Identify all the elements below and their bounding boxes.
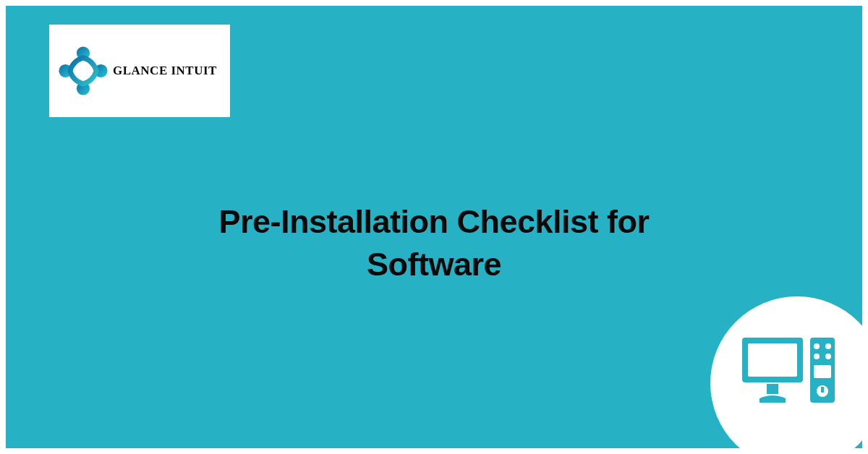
- computer-badge: [710, 296, 868, 454]
- brand-logo-card: GLANCE INTUIT: [49, 25, 230, 117]
- brand-logo-icon: [58, 46, 109, 96]
- svg-rect-6: [767, 384, 778, 394]
- headline-line-1: Pre-Installation Checklist for: [218, 203, 649, 240]
- svg-point-11: [825, 354, 831, 359]
- banner-canvas: GLANCE INTUIT Pre-Installation Checklist…: [6, 6, 862, 448]
- svg-rect-14: [821, 387, 824, 393]
- svg-rect-5: [748, 343, 797, 377]
- svg-point-8: [814, 343, 820, 349]
- svg-point-10: [814, 354, 820, 359]
- svg-rect-12: [814, 365, 831, 378]
- brand-name: GLANCE INTUIT: [113, 64, 217, 78]
- headline-line-2: Software: [367, 246, 501, 283]
- svg-point-9: [825, 343, 831, 349]
- desktop-computer-icon: [746, 342, 848, 424]
- page-title: Pre-Installation Checklist for Software: [109, 201, 760, 286]
